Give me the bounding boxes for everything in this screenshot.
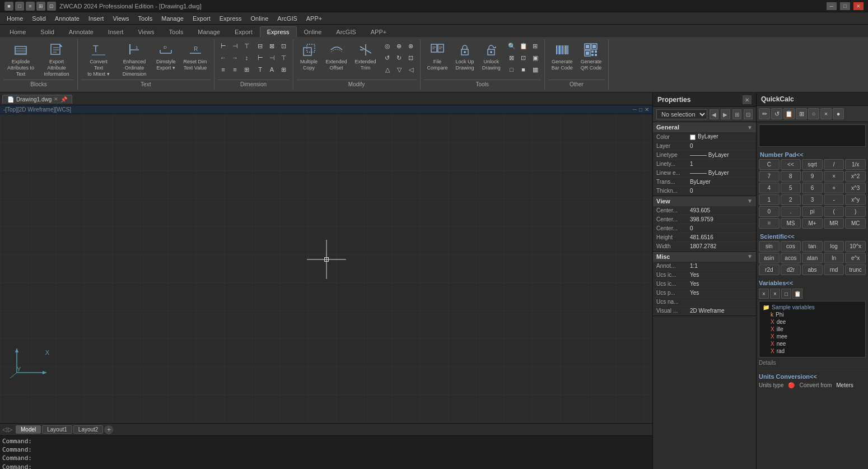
dim-btn-5[interactable]: → <box>230 52 241 63</box>
dim-btn-10[interactable]: ⊟ <box>255 40 266 52</box>
calc-btn-0[interactable]: 0 <box>759 206 780 217</box>
calc-btn-2[interactable]: 2 <box>781 194 801 205</box>
lock-up-drawing-button[interactable]: Lock UpDrawing <box>452 40 478 73</box>
dim-btn-16[interactable]: T <box>255 64 266 75</box>
explode-attributes-button[interactable]: ExplodeAttributes to Text <box>3 40 38 78</box>
tools-btn-4[interactable]: ⊠ <box>506 52 517 63</box>
dim-btn-3[interactable]: ⊤ <box>241 40 253 52</box>
menu-arcgis[interactable]: ArcGIS <box>273 14 301 23</box>
layout-tab-model[interactable]: Model <box>16 425 41 434</box>
properties-selection-dropdown[interactable]: No selection <box>656 109 707 119</box>
view-section-header[interactable]: View ▼ <box>653 196 756 206</box>
calc-sin[interactable]: sin <box>759 241 780 252</box>
calc-btn-mc[interactable]: MC <box>845 218 866 229</box>
var-btn-2[interactable]: × <box>770 289 780 299</box>
modify-btn-4[interactable]: ↺ <box>382 52 393 63</box>
dim-btn-11[interactable]: ⊠ <box>267 40 278 52</box>
calc-btn-mul[interactable]: × <box>824 171 844 182</box>
calc-btn-x2[interactable]: x^2 <box>845 171 866 182</box>
generate-qrcode-button[interactable]: GenerateQR Code <box>577 40 605 73</box>
tab-views[interactable]: Views <box>130 26 161 37</box>
menu-export[interactable]: Export <box>188 14 215 23</box>
drawing-tab-drawing1[interactable]: 📄 Drawing1.dwg ✕ 📌 <box>2 95 72 104</box>
drawing-viewport[interactable]: Y X <box>0 114 652 423</box>
var-btn-4[interactable]: 📋 <box>792 289 802 299</box>
calc-btn-xy[interactable]: x^y <box>845 194 866 205</box>
tools-btn-7[interactable]: □ <box>506 64 517 75</box>
var-item-rad[interactable]: X rad <box>762 347 863 355</box>
qc-clear-btn[interactable]: ✏ <box>759 108 770 119</box>
calc-ex[interactable]: e^x <box>845 253 866 263</box>
app-icon-3[interactable]: ≡ <box>26 2 35 11</box>
tools-btn-5[interactable]: ⊡ <box>518 52 529 63</box>
dim-btn-15[interactable]: ⊤ <box>278 52 290 63</box>
misc-section-header[interactable]: Misc ▼ <box>653 252 756 262</box>
modify-btn-7[interactable]: △ <box>382 64 393 75</box>
calc-cos[interactable]: cos <box>781 241 801 252</box>
app-icon-1[interactable]: ■ <box>4 2 13 11</box>
tools-btn-9[interactable]: ▦ <box>530 64 541 75</box>
generate-barcode-button[interactable]: GenerateBar Code <box>548 40 576 73</box>
calc-btn-4[interactable]: 4 <box>759 183 780 193</box>
tab-solid[interactable]: Solid <box>33 26 61 37</box>
tab-export[interactable]: Export <box>227 26 260 37</box>
calc-trunc[interactable]: trunc <box>845 264 866 275</box>
calc-btn-sqrt[interactable]: sqrt <box>802 159 823 170</box>
calc-btn-5[interactable]: 5 <box>781 183 801 193</box>
qc-times-btn[interactable]: × <box>820 108 832 119</box>
tab-express[interactable]: Express <box>260 26 297 37</box>
viewport-maximize-btn[interactable]: □ <box>639 106 642 113</box>
menu-manage[interactable]: Manage <box>157 14 188 23</box>
calc-atan[interactable]: atan <box>802 253 823 263</box>
minimize-button[interactable]: ─ <box>827 2 837 10</box>
calc-asin[interactable]: asin <box>759 253 780 263</box>
dim-btn-7[interactable]: ≡ <box>218 64 229 75</box>
tab-online[interactable]: Online <box>297 26 329 37</box>
multiple-copy-button[interactable]: MultipleCopy <box>297 40 321 73</box>
prop-toggle-btn-2[interactable]: ▶ <box>721 109 730 119</box>
calc-log[interactable]: log <box>824 241 844 252</box>
calc-btn-8[interactable]: 8 <box>781 171 801 182</box>
layout-nav-next[interactable]: ▷ <box>8 426 12 433</box>
calc-d2r[interactable]: d2r <box>781 264 801 275</box>
dim-btn-12[interactable]: ⊡ <box>278 40 290 52</box>
calc-btn-minus[interactable]: - <box>824 194 844 205</box>
extended-offset-button[interactable]: ExtendedOffset <box>323 40 351 73</box>
layout-tab-layout1[interactable]: Layout1 <box>42 425 72 434</box>
qc-circle-btn[interactable]: ○ <box>808 108 819 119</box>
calc-btn-6[interactable]: 6 <box>802 183 823 193</box>
tools-btn-3[interactable]: ⊞ <box>530 40 541 52</box>
menu-home[interactable]: Home <box>2 14 27 23</box>
dim-btn-4[interactable]: ← <box>218 52 229 63</box>
dim-btn-13[interactable]: ⊢ <box>255 52 266 63</box>
close-button[interactable]: ✕ <box>853 2 864 10</box>
dim-btn-6[interactable]: ↕ <box>241 52 253 63</box>
tab-app-plus[interactable]: APP+ <box>363 26 394 37</box>
var-item-phi[interactable]: k Phi <box>762 311 863 318</box>
calc-btn-bs[interactable]: << <box>781 159 801 170</box>
menu-express[interactable]: Express <box>215 14 246 23</box>
command-input[interactable] <box>34 463 650 469</box>
export-attribute-button[interactable]: Export AttributeInformation <box>39 40 74 78</box>
calc-btn-3[interactable]: 3 <box>802 194 823 205</box>
qc-apply-btn[interactable]: ⊞ <box>796 108 807 119</box>
app-icon-4[interactable]: ⊞ <box>36 2 45 11</box>
calc-btn-c[interactable]: C <box>759 159 780 170</box>
file-compare-button[interactable]: FileCompare <box>424 40 451 73</box>
calc-rnd[interactable]: rnd <box>824 264 844 275</box>
tab-arcgis[interactable]: ArcGIS <box>329 26 363 37</box>
calc-btn-eq[interactable]: = <box>759 218 780 229</box>
tab-annotate[interactable]: Annotate <box>62 26 101 37</box>
tools-btn-1[interactable]: 🔍 <box>506 40 517 52</box>
app-icon-5[interactable]: ⊡ <box>47 2 56 11</box>
layout-tab-layout2[interactable]: Layout2 <box>73 425 104 434</box>
modify-btn-6[interactable]: ⊡ <box>405 52 417 63</box>
var-item-nee[interactable]: X nee <box>762 340 863 347</box>
modify-btn-9[interactable]: ◁ <box>405 64 417 75</box>
layout-nav-prev[interactable]: ◁ <box>2 426 7 433</box>
menu-annotate[interactable]: Annotate <box>50 14 84 23</box>
calc-btn-9[interactable]: 9 <box>802 171 823 182</box>
dim-btn-2[interactable]: ⊣ <box>230 40 241 52</box>
calc-ln[interactable]: ln <box>824 253 844 263</box>
modify-btn-8[interactable]: ▽ <box>394 64 405 75</box>
